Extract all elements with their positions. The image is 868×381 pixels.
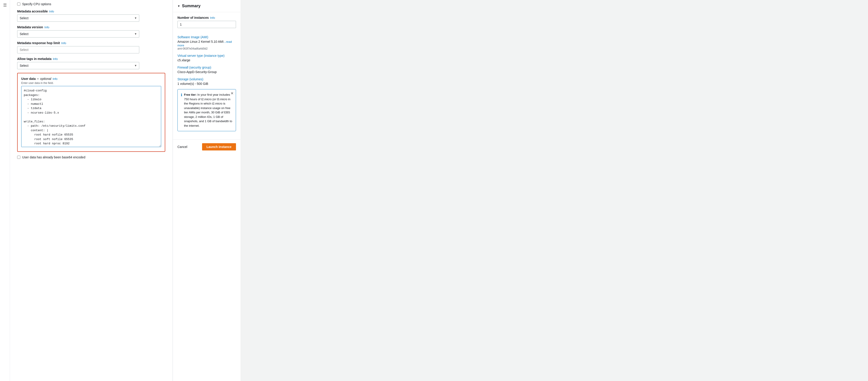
sidebar-toggle: ☰ <box>0 0 10 381</box>
metadata-accessible-label: Metadata accessible Info <box>17 9 165 13</box>
allow-tags-select-wrapper: Select ▼ <box>17 62 139 69</box>
metadata-version-select-wrapper: Select ▼ <box>17 30 139 37</box>
summary-panel: ▼ Summary Number of instances Info Softw… <box>173 0 241 381</box>
ami-id: ami-063f7e04ad6a4d0d2 <box>178 47 236 50</box>
metadata-accessible-select[interactable]: Select <box>17 14 139 22</box>
firewall-value: Cisco-AppD-Security-Group <box>178 70 236 74</box>
instances-input[interactable] <box>178 21 236 28</box>
metadata-hop-limit-info[interactable]: Info <box>61 41 66 45</box>
specify-cpu-label: Specify CPU options <box>22 2 51 6</box>
allow-tags-info[interactable]: Info <box>53 57 58 61</box>
firewall-label[interactable]: Firewall (security group) <box>178 66 236 69</box>
cancel-button[interactable]: Cancel <box>178 145 187 149</box>
summary-actions: Cancel Launch instance <box>173 139 241 154</box>
allow-tags-label: Allow tags in metadata Info <box>17 57 165 61</box>
user-data-optional: optional <box>40 77 51 81</box>
metadata-version-info[interactable]: Info <box>44 26 49 29</box>
metadata-version-select[interactable]: Select <box>17 30 139 37</box>
free-tier-text: Free tier: In your first year includes 7… <box>184 92 232 128</box>
launch-instance-button[interactable]: Launch instance <box>202 143 236 150</box>
free-tier-close-icon[interactable]: ✕ <box>230 92 234 95</box>
hamburger-icon[interactable]: ☰ <box>3 3 7 7</box>
user-data-info[interactable]: Info <box>53 77 58 81</box>
metadata-accessible-select-wrapper: Select ▼ <box>17 14 139 22</box>
user-data-base64-checkbox[interactable] <box>17 156 20 159</box>
free-tier-box: ✕ ℹ Free tier: In your first year includ… <box>178 89 236 131</box>
specify-cpu-checkbox[interactable] <box>17 2 20 6</box>
instance-type-label[interactable]: Virtual server type (instance type) <box>178 54 236 57</box>
form-panel: Specify CPU options Metadata accessible … <box>10 0 173 381</box>
user-data-base64-label: User data has already been base64 encode… <box>22 155 85 159</box>
instances-field: Number of instances Info <box>178 16 236 32</box>
specify-cpu-row: Specify CPU options <box>17 2 165 6</box>
allow-tags-group: Allow tags in metadata Info Select ▼ <box>17 57 165 69</box>
metadata-hop-limit-group: Metadata response hop limit Info <box>17 41 165 53</box>
user-data-label: User data – optional Info <box>21 77 161 81</box>
metadata-accessible-info[interactable]: Info <box>49 10 54 13</box>
allow-tags-select[interactable]: Select <box>17 62 139 69</box>
summary-triangle-icon: ▼ <box>178 4 180 8</box>
metadata-version-label: Metadata version Info <box>17 25 165 29</box>
firewall-field: Firewall (security group) Cisco-AppD-Sec… <box>178 66 236 74</box>
ami-field: Software Image (AMI) Amazon Linux 2 Kern… <box>178 35 236 50</box>
metadata-accessible-group: Metadata accessible Info Select ▼ <box>17 9 165 22</box>
summary-header: ▼ Summary <box>173 0 241 12</box>
metadata-hop-limit-label: Metadata response hop limit Info <box>17 41 165 45</box>
storage-field: Storage (volumes) 1 volume(s) - 500 GiB <box>178 77 236 86</box>
instances-info[interactable]: Info <box>210 16 215 20</box>
user-data-base64-row: User data has already been base64 encode… <box>17 155 165 159</box>
user-data-sublabel: Enter user data in the field. <box>21 82 161 85</box>
instance-type-field: Virtual server type (instance type) c5.x… <box>178 54 236 62</box>
storage-value: 1 volume(s) - 500 GiB <box>178 82 236 86</box>
free-tier-content: ℹ Free tier: In your first year includes… <box>181 92 232 128</box>
ami-value: Amazon Linux 2 Kernel 5.10 AMI...read mo… <box>178 40 236 50</box>
storage-label[interactable]: Storage (volumes) <box>178 77 236 81</box>
metadata-version-group: Metadata version Info Select ▼ <box>17 25 165 37</box>
right-spacer <box>241 0 868 381</box>
ami-label[interactable]: Software Image (AMI) <box>178 35 236 39</box>
free-tier-info-icon: ℹ <box>181 93 182 97</box>
user-data-container: User data – optional Info Enter user dat… <box>17 73 165 152</box>
summary-body: Number of instances Info Software Image … <box>173 12 241 139</box>
user-data-textarea[interactable]: #cloud-config packages: - libaio - numac… <box>21 86 161 147</box>
instances-label: Number of instances Info <box>178 16 236 20</box>
instance-type-value: c5.xlarge <box>178 58 236 62</box>
summary-title: Summary <box>182 4 200 8</box>
metadata-hop-limit-input[interactable] <box>17 46 139 53</box>
